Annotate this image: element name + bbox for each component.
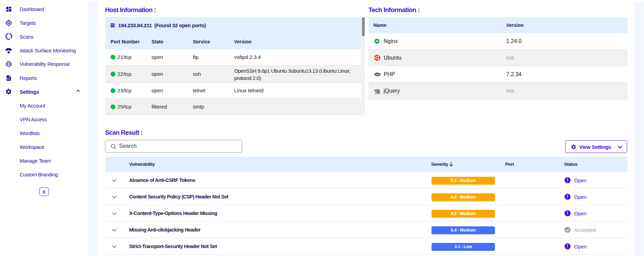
svg-text:php: php: [375, 73, 380, 75]
svg-text:jQuery: jQuery: [375, 92, 380, 94]
